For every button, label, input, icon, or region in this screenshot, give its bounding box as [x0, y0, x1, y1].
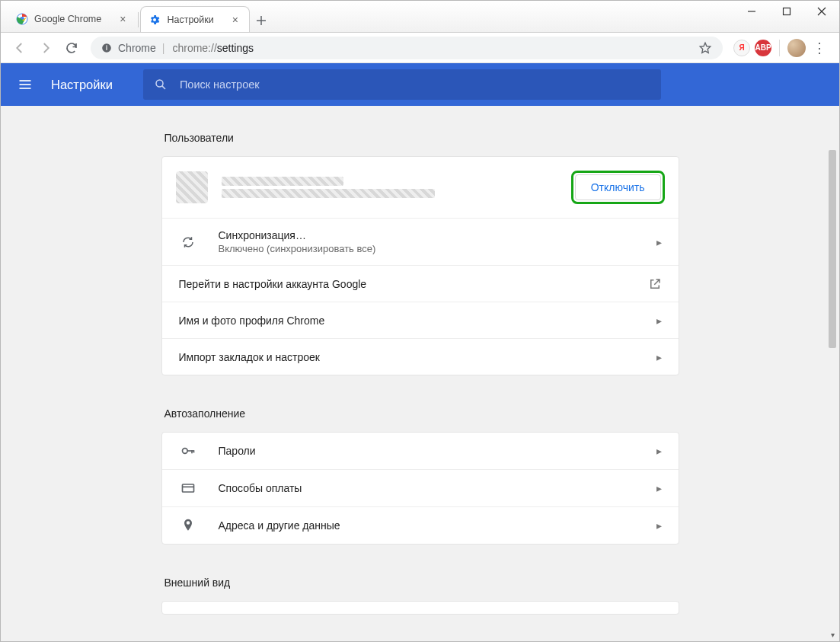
credit-card-icon	[179, 481, 197, 496]
section-title-users: Пользователи	[164, 132, 679, 144]
chevron-right-icon: ▸	[656, 482, 662, 494]
tab-label: Настройки	[167, 14, 213, 25]
sync-icon	[179, 235, 197, 249]
title-bar: Google Chrome × Настройки ×	[1, 1, 839, 33]
chevron-right-icon: ▸	[656, 236, 662, 248]
settings-body: Пользователи Отключить	[1, 106, 839, 641]
chevron-right-icon: ▸	[656, 519, 662, 532]
menu-button[interactable]: ⋮	[810, 40, 829, 56]
svg-rect-18	[187, 450, 193, 452]
search-input[interactable]	[178, 78, 650, 91]
tab-google-chrome[interactable]: Google Chrome ×	[8, 6, 136, 32]
minimize-button[interactable]	[734, 1, 769, 22]
user-avatar	[176, 171, 208, 203]
row-import-bookmarks[interactable]: Импорт закладок и настроек ▸	[162, 338, 679, 375]
svg-marker-11	[700, 43, 711, 53]
tab-label: Google Chrome	[34, 14, 101, 24]
chevron-right-icon: ▸	[656, 315, 662, 327]
row-label: Пароли	[219, 445, 656, 457]
key-icon	[179, 443, 197, 458]
profile-avatar[interactable]	[787, 39, 806, 57]
page-title: Настройки	[51, 78, 113, 92]
svg-point-17	[182, 449, 187, 454]
svg-line-16	[162, 86, 165, 89]
svg-point-9	[106, 45, 107, 46]
menu-icon[interactable]	[16, 75, 34, 94]
search-icon	[154, 78, 168, 91]
row-sync[interactable]: Синхронизация… Включено (синхронизироват…	[162, 218, 679, 265]
section-title-appearance: Внешний вид	[164, 577, 679, 589]
content-column: Пользователи Отключить	[161, 132, 679, 641]
row-label: Имя и фото профиля Chrome	[179, 315, 656, 327]
disconnect-button[interactable]: Отключить	[575, 174, 661, 200]
window-controls	[734, 1, 839, 22]
new-tab-button[interactable]	[250, 9, 273, 32]
toolbar-right: Я ABP ⋮	[729, 39, 833, 57]
chrome-icon	[16, 13, 28, 25]
profile-row: Отключить	[162, 157, 679, 218]
svg-rect-21	[182, 484, 193, 492]
url-path: settings	[217, 42, 254, 54]
row-payments[interactable]: Способы оплаты ▸	[162, 469, 679, 506]
tab-settings[interactable]: Настройки ×	[140, 6, 249, 32]
row-passwords[interactable]: Пароли ▸	[162, 433, 679, 469]
open-external-icon	[648, 277, 662, 291]
tab-separator	[138, 12, 139, 27]
row-google-account-settings[interactable]: Перейти в настройки аккаунта Google	[162, 265, 679, 302]
separator	[779, 40, 780, 56]
row-label: Адреса и другие данные	[219, 519, 656, 532]
close-icon[interactable]: ×	[120, 13, 126, 25]
close-icon[interactable]: ×	[232, 14, 238, 26]
gear-icon	[149, 14, 161, 26]
browser-window: Google Chrome × Настройки ×	[0, 0, 840, 642]
reload-button[interactable]	[59, 35, 85, 61]
settings-page: Настройки Пользователи	[1, 63, 839, 641]
sync-title: Синхронизация…	[219, 229, 656, 241]
chevron-right-icon: ▸	[656, 445, 662, 457]
chevron-right-icon: ▸	[656, 351, 662, 363]
address-bar[interactable]: Chrome | chrome://settings	[91, 37, 723, 59]
sync-subtitle: Включено (синхронизировать все)	[219, 243, 656, 254]
extension-abp-icon[interactable]: ABP	[755, 40, 771, 56]
row-label: Импорт закладок и настроек	[179, 351, 656, 363]
scrollbar[interactable]: ▾	[827, 149, 838, 640]
row-addresses[interactable]: Адреса и другие данные ▸	[162, 506, 679, 544]
location-pin-icon	[179, 518, 197, 533]
settings-search[interactable]	[143, 69, 661, 100]
maximize-button[interactable]	[769, 1, 804, 22]
site-info-label: Chrome	[118, 42, 156, 54]
svg-point-15	[156, 80, 163, 87]
users-card: Отключить Синхронизация… Включено (синхр…	[161, 156, 679, 375]
extension-yandex-icon[interactable]: Я	[733, 40, 750, 56]
site-info-icon[interactable]: Chrome |	[101, 42, 164, 54]
scroll-down-arrow[interactable]: ▾	[827, 629, 838, 640]
autofill-card: Пароли ▸ Способы оплаты ▸	[161, 432, 679, 545]
highlight-annotation: Отключить	[571, 171, 665, 204]
svg-rect-19	[191, 450, 193, 453]
svg-rect-10	[106, 46, 107, 50]
tab-strip: Google Chrome × Настройки ×	[1, 1, 273, 32]
row-name-photo[interactable]: Имя и фото профиля Chrome ▸	[162, 302, 679, 338]
back-button[interactable]	[7, 35, 33, 61]
appearance-card	[161, 601, 679, 615]
row-label: Перейти в настройки аккаунта Google	[179, 278, 648, 290]
bookmark-star-icon[interactable]	[698, 41, 712, 55]
section-title-autofill: Автозаполнение	[164, 407, 679, 420]
svg-rect-20	[193, 450, 194, 452]
row-label: Способы оплаты	[219, 482, 656, 494]
url-protocol: chrome://	[172, 42, 216, 54]
scrollbar-thumb[interactable]	[829, 150, 836, 348]
user-info-redacted	[222, 174, 435, 201]
forward-button[interactable]	[33, 35, 59, 61]
svg-rect-5	[784, 8, 790, 15]
toolbar: Chrome | chrome://settings Я ABP ⋮	[1, 33, 839, 63]
close-button[interactable]	[804, 1, 839, 22]
settings-header: Настройки	[1, 63, 839, 106]
